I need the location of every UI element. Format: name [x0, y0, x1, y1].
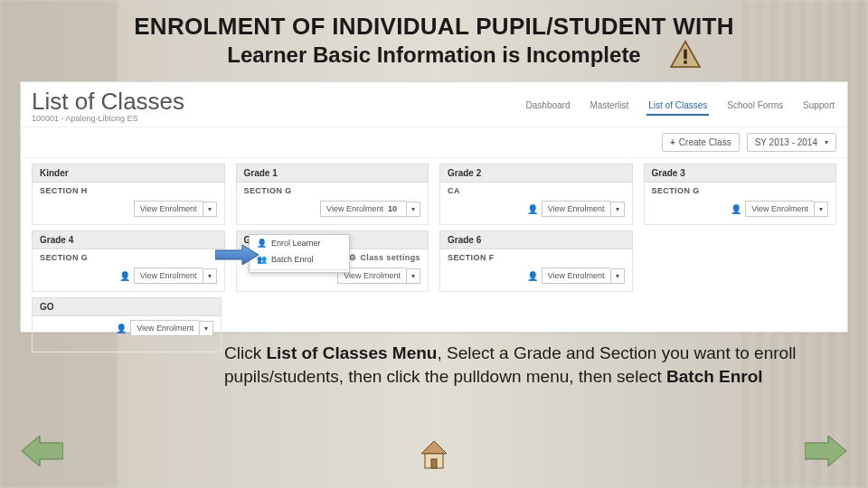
- svg-marker-3: [215, 245, 259, 265]
- plus-icon: +: [670, 137, 675, 147]
- toolbar: + Create Class SY 2013 - 2014 ▾: [21, 127, 847, 158]
- person-icon: 👤: [731, 204, 741, 214]
- tab-school-forms[interactable]: School Forms: [725, 97, 785, 116]
- section-name: CA: [448, 186, 460, 195]
- view-enrolment-button[interactable]: View Enrolment: [130, 320, 199, 336]
- enrolment-caret[interactable]: ▾: [406, 268, 420, 284]
- tab-support[interactable]: Support: [801, 97, 836, 116]
- section-name: SECTION G: [40, 253, 88, 262]
- enrolment-dropdown-menu: 👤 Enrol Learner 👥 Batch Enrol: [249, 234, 350, 273]
- section-name: SECTION F: [448, 253, 495, 262]
- tab-masterlist[interactable]: Masterlist: [588, 97, 630, 116]
- svg-rect-2: [684, 61, 687, 64]
- dropdown-item-label: Enrol Learner: [271, 239, 321, 248]
- view-enrolment-button[interactable]: View Enrolment: [542, 267, 610, 284]
- grade-card-g2: Grade 2 CA 👤 View Enrolment ▾: [439, 164, 633, 225]
- enrolment-caret[interactable]: ▾: [814, 202, 828, 217]
- prev-slide-button[interactable]: [22, 434, 63, 468]
- slide-title: ENROLMENT OF INDIVIDUAL PUPIL/STUDENT WI…: [0, 13, 868, 68]
- person-icon: 👤: [527, 271, 538, 281]
- person-icon: 👤: [116, 324, 127, 333]
- tab-dashboard[interactable]: Dashboard: [524, 97, 572, 116]
- enrolment-count: 10: [388, 204, 397, 213]
- section-name: SECTION G: [652, 186, 700, 195]
- school-year-dropdown[interactable]: SY 2013 - 2014 ▾: [747, 133, 836, 152]
- sy-label: SY 2013 - 2014: [755, 137, 817, 147]
- dropdown-item-label: Batch Enrol: [271, 255, 314, 264]
- svg-marker-4: [22, 436, 63, 466]
- grade-card-g3: Grade 3 SECTION G 👤 View Enrolment ▾: [644, 164, 837, 225]
- home-button[interactable]: [416, 436, 452, 472]
- grade-header: Grade 4: [32, 230, 225, 249]
- section-name: SECTION G: [244, 186, 292, 195]
- section-name: SECTION H: [40, 186, 88, 195]
- callout-arrow-icon: [215, 245, 259, 268]
- svg-marker-5: [805, 436, 846, 466]
- grade-header: Kinder: [32, 164, 225, 183]
- view-enrolment-button[interactable]: View Enrolment: [745, 201, 814, 217]
- grade-card-kinder: Kinder SECTION H View Enrolment ▾: [32, 164, 225, 225]
- caret-down-icon: ▾: [825, 138, 828, 146]
- app-title-block: List of Classes 100001 - Apaleng-Libtong…: [32, 88, 184, 123]
- create-class-button[interactable]: + Create Class: [662, 133, 740, 152]
- slide: ENROLMENT OF INDIVIDUAL PUPIL/STUDENT WI…: [0, 0, 868, 488]
- grade-header: GO: [32, 297, 222, 316]
- main-nav: Dashboard Masterlist List of Classes Sch…: [524, 88, 836, 116]
- grade-header: Grade 6: [439, 230, 633, 249]
- tab-list-of-classes[interactable]: List of Classes: [646, 97, 709, 116]
- warning-icon: [669, 40, 702, 69]
- grade-header: Grade 3: [644, 164, 837, 183]
- enrolment-caret[interactable]: ▾: [610, 202, 625, 217]
- grade-header: Grade 2: [439, 164, 633, 183]
- view-enrolment-button[interactable]: View Enrolment: [542, 201, 610, 217]
- app-window: List of Classes 100001 - Apaleng-Libtong…: [20, 81, 848, 333]
- enrolment-caret[interactable]: ▾: [203, 268, 217, 284]
- title-line-1: ENROLMENT OF INDIVIDUAL PUPIL/STUDENT WI…: [0, 13, 868, 41]
- grade-card-g6: Grade 6 SECTION F 👤 View Enrolment ▾: [439, 230, 633, 292]
- class-grid: Kinder SECTION H View Enrolment ▾ Grade …: [21, 158, 847, 363]
- dropdown-enrol-learner[interactable]: 👤 Enrol Learner: [250, 235, 349, 251]
- svg-rect-1: [684, 50, 687, 60]
- person-icon: 👤: [119, 271, 130, 281]
- grade-header: Grade 1: [236, 164, 429, 183]
- dropdown-batch-enrol[interactable]: 👥 Batch Enrol: [250, 251, 349, 267]
- grade-row: Grade 4 SECTION G 👤 View Enrolment ▾: [32, 230, 836, 292]
- grade-card-go: GO 👤 View Enrolment ▾: [32, 297, 222, 352]
- app-header: List of Classes 100001 - Apaleng-Libtong…: [21, 82, 847, 123]
- grade-row: Kinder SECTION H View Enrolment ▾ Grade …: [32, 164, 836, 225]
- gear-icon: ⚙: [349, 253, 356, 262]
- instruction-caption: Click List of Classes Menu, Select a Gra…: [224, 342, 814, 388]
- view-enrolment-button[interactable]: View Enrolment 10: [320, 201, 406, 217]
- create-class-label: Create Class: [679, 137, 731, 147]
- svg-rect-8: [431, 459, 437, 468]
- person-icon: 👤: [527, 204, 538, 214]
- enrolment-caret[interactable]: ▾: [610, 268, 625, 284]
- title-line-2: Learner Basic Information is Incomplete: [0, 42, 868, 68]
- page-heading: List of Classes: [32, 88, 184, 116]
- enrolment-caret[interactable]: ▾: [203, 202, 217, 217]
- grade-card-g1: Grade 1 SECTION G View Enrolment 10 ▾: [236, 164, 429, 225]
- enrolment-caret[interactable]: ▾: [199, 321, 213, 336]
- class-settings-label[interactable]: Class settings: [360, 253, 420, 262]
- view-enrolment-button[interactable]: View Enrolment: [134, 201, 203, 217]
- svg-marker-6: [421, 441, 447, 454]
- view-enrolment-button[interactable]: View Enrolment: [134, 267, 203, 284]
- enrolment-caret[interactable]: ▾: [406, 202, 420, 217]
- next-slide-button[interactable]: [805, 434, 846, 468]
- grade-card-g4: Grade 4 SECTION G 👤 View Enrolment ▾: [32, 230, 225, 292]
